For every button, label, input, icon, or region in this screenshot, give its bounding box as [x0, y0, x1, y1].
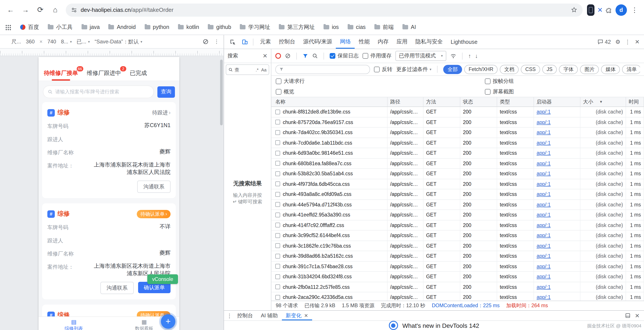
address-bar[interactable]: dev-haolipei.cias.cn/app/#/takeOrder — [66, 3, 583, 16]
filter-chip[interactable]: 图片 — [580, 65, 599, 74]
extensions-puzzle-icon[interactable] — [606, 6, 613, 14]
bookmark-item[interactable]: AI — [398, 22, 420, 32]
initiator-link[interactable]: app/:1 — [536, 171, 550, 176]
export-har-icon[interactable] — [475, 52, 478, 59]
devtools-tab[interactable]: 性能 — [355, 35, 374, 49]
row-checkbox[interactable] — [275, 130, 280, 135]
row-checkbox[interactable] — [275, 254, 280, 258]
column-header-method[interactable]: 方法 — [424, 97, 460, 106]
filter-chip[interactable]: 全部 — [443, 65, 462, 74]
disable-cache-checkbox[interactable]: 停用缓存 — [362, 52, 392, 60]
order-status-badge[interactable]: 待确认派单› — [137, 210, 170, 218]
column-header-status[interactable]: 状态 — [460, 97, 497, 106]
filter-chip[interactable]: 文档 — [500, 65, 519, 74]
bookmark-item[interactable]: python — [140, 22, 173, 32]
network-request-row[interactable]: chunk-4f973fda.6db45cca.css /app/css/c… … — [271, 179, 644, 189]
emulation-scrollbar[interactable] — [220, 60, 223, 125]
initiator-link[interactable]: app/:1 — [536, 243, 550, 248]
filter-chip[interactable]: 清单 — [622, 65, 640, 74]
network-request-row[interactable]: chunk-6d93a0bc.98146e51.css /app/css/c… … — [271, 148, 644, 158]
network-request-row[interactable]: chunk-31b34204.6bd324f8.css /app/css/c… … — [271, 272, 644, 282]
dark-extension-icon[interactable] — [587, 4, 595, 16]
vconsole-button[interactable]: vConsole — [147, 274, 178, 284]
app-tab[interactable]: 维修厂跟进中 2 — [87, 66, 121, 81]
row-checkbox[interactable] — [275, 264, 280, 269]
initiator-link[interactable]: app/:1 — [536, 120, 550, 125]
import-har-icon[interactable] — [468, 52, 471, 59]
network-request-row[interactable]: chunk-44e5794a.d712f43b.css /app/css/c… … — [271, 200, 644, 210]
big-request-rows-checkbox[interactable]: 大请求行 — [276, 77, 305, 85]
inspect-element-icon[interactable] — [227, 36, 238, 48]
tab-close-icon[interactable]: ✕ — [304, 313, 308, 318]
network-request-row[interactable]: chunk-3c1862fe.c19c76ba.css /app/css/c… … — [271, 241, 644, 251]
initiator-link[interactable]: app/:1 — [536, 264, 550, 269]
filter-chip[interactable]: CSS — [521, 65, 540, 74]
more-filters-dropdown[interactable]: 更多过滤条件 — [396, 66, 432, 73]
row-checkbox[interactable] — [275, 182, 280, 186]
device-toolbar-toggle-icon[interactable] — [239, 36, 250, 48]
regex-toggle[interactable]: .* — [256, 67, 258, 72]
repair-order-card[interactable]: # 综修 待确认派单› 车牌号码不详 跟进人 维修厂名称夔辉 案件地址：上海市浦… — [42, 203, 176, 299]
filter-chip[interactable]: Fetch/XHR — [464, 65, 498, 74]
floating-add-button[interactable]: + — [161, 314, 175, 329]
profile-avatar[interactable]: d — [616, 4, 627, 16]
search-panel-close-icon[interactable] — [262, 52, 268, 59]
dock-panel-icon[interactable] — [625, 313, 630, 318]
contact-button[interactable]: 沟通联系 — [137, 180, 170, 193]
drawer-tab[interactable]: AI 辅助✕ — [257, 311, 282, 320]
contact-button[interactable]: 沟通联系 — [100, 282, 134, 294]
row-checkbox[interactable] — [275, 202, 280, 207]
row-checkbox[interactable] — [275, 233, 280, 238]
initiator-link[interactable]: app/:1 — [536, 254, 550, 259]
network-request-row[interactable]: chunk-2fb0a112.2c57fe85.css /app/css/c… … — [271, 282, 644, 292]
filter-chip[interactable]: 媒体 — [601, 65, 620, 74]
repair-order-card[interactable]: # 综修 待跟进› 车牌号码苏C6Y1N1 跟进人 维修厂名称夔辉 案件地址：上… — [42, 102, 176, 198]
network-search-icon[interactable] — [312, 53, 318, 59]
devtools-tab[interactable]: 应用 — [392, 35, 412, 49]
devtools-tab[interactable]: 源代码/来源 — [299, 35, 336, 49]
bookmark-item[interactable]: cias — [344, 22, 370, 32]
row-checkbox[interactable] — [275, 295, 280, 300]
throttling-dropdown[interactable]: 已停用节流模式 — [396, 51, 446, 61]
query-button[interactable]: 查询 — [158, 86, 175, 98]
bookmark-item[interactable]: Android — [104, 22, 140, 32]
forward-icon[interactable] — [19, 4, 32, 16]
drawer-tab[interactable]: 新变化✕ — [282, 311, 312, 320]
bookmark-item[interactable]: java — [78, 22, 104, 32]
network-request-row[interactable]: chunk-7da402cc.9b350341.css /app/css/c… … — [271, 128, 644, 138]
devtools-tab[interactable]: Lighthouse — [447, 35, 481, 49]
network-request-row[interactable]: chunk-41eeffd2.95a3a390.css /app/css/c… … — [271, 210, 644, 220]
url-text[interactable]: dev-haolipei.cias.cn/app/#/takeOrder — [81, 6, 174, 13]
drawer-close-icon[interactable] — [635, 312, 640, 319]
browser-menu-icon[interactable] — [630, 6, 640, 14]
network-request-row[interactable]: chunk-53b82c30.5ba51ab4.css /app/css/c… … — [271, 169, 644, 179]
initiator-link[interactable]: app/:1 — [536, 223, 550, 228]
initiator-link[interactable]: app/:1 — [536, 284, 550, 290]
bookmark-item[interactable]: kotlin — [174, 22, 203, 32]
bookmark-star-icon[interactable] — [571, 6, 578, 13]
initiator-link[interactable]: app/:1 — [536, 150, 550, 156]
initiator-link[interactable]: app/:1 — [536, 212, 550, 218]
device-width-input[interactable]: 360 — [26, 38, 35, 45]
initiator-link[interactable]: app/:1 — [536, 130, 550, 135]
network-request-row[interactable]: chunk-8f812de8.dfe13b9e.css /app/css/c… … — [271, 107, 644, 117]
row-checkbox[interactable] — [275, 274, 280, 279]
initiator-link[interactable]: app/:1 — [536, 109, 550, 114]
column-header-initiator[interactable]: 启动器 — [534, 97, 580, 106]
back-icon[interactable] — [4, 4, 17, 16]
device-toolbar-menu-icon[interactable] — [214, 38, 219, 45]
row-checkbox[interactable] — [275, 171, 280, 176]
initiator-link[interactable]: app/:1 — [536, 295, 550, 300]
x-extension-icon[interactable]: ✕ — [597, 6, 603, 14]
devtools-close-icon[interactable] — [635, 38, 640, 45]
whats-new-title[interactable]: What's new in DevTools 142 — [402, 322, 480, 329]
column-header-type[interactable]: 类型 — [497, 97, 534, 106]
devtools-tab[interactable]: 隐私与安全 — [412, 35, 447, 49]
row-checkbox[interactable] — [275, 120, 280, 125]
drawer-menu-icon[interactable] — [227, 312, 232, 319]
home-icon[interactable] — [49, 4, 62, 16]
initiator-link[interactable]: app/:1 — [536, 182, 550, 187]
network-filter-input[interactable] — [275, 65, 370, 74]
site-settings-icon[interactable] — [71, 7, 77, 13]
nav-repair-list[interactable]: ▤ 综修列表 — [38, 317, 109, 330]
